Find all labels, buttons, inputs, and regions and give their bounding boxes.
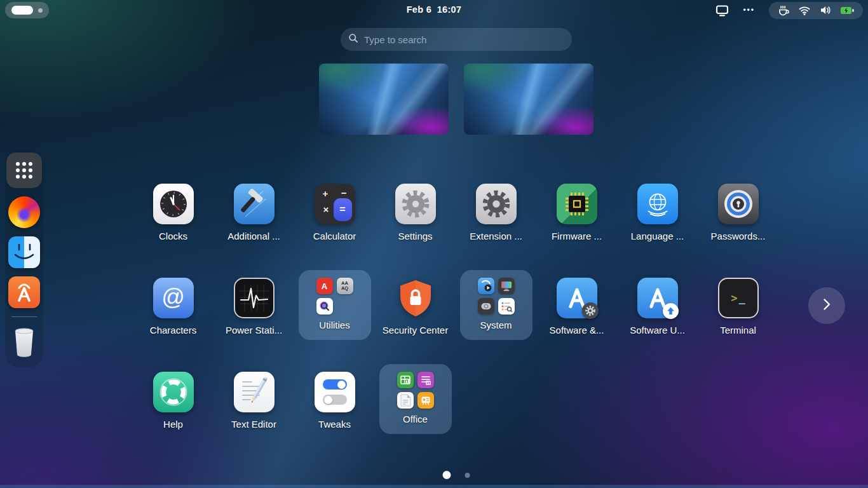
folder-label: System — [480, 320, 512, 331]
app-grid: Clocks Additional ... + − × = Calculator… — [133, 175, 778, 458]
battery-charging-icon — [840, 6, 855, 15]
app-extension-manager[interactable]: Extension ... — [456, 175, 536, 269]
top-bar: Feb 6 16:07 ••• — [0, 0, 868, 20]
folder-tile: A AAAQ Utilities — [299, 270, 371, 340]
folder-tile: System — [460, 270, 532, 340]
power-statistics-icon — [234, 278, 275, 318]
calc-multiply-glyph: × — [323, 204, 329, 215]
preview-mini-icon — [316, 298, 333, 315]
search-bar[interactable] — [341, 28, 572, 51]
app-help[interactable]: Help — [133, 363, 214, 458]
software-update-icon — [637, 278, 678, 318]
app-label: Clocks — [159, 231, 187, 242]
app-label: Calculator — [313, 231, 356, 242]
calculator-icon: + − × = — [315, 184, 355, 224]
next-page-button[interactable] — [808, 287, 845, 324]
page-indicator — [443, 471, 470, 479]
folder-mini-icons: A AAAQ — [316, 278, 353, 315]
show-apps-button[interactable] — [6, 152, 42, 188]
clocks-icon — [153, 184, 194, 224]
app-characters[interactable]: @ Characters — [133, 269, 214, 363]
folder-mini-icons — [478, 278, 515, 315]
app-security-center[interactable]: Security Center — [375, 269, 456, 363]
app-firmware[interactable]: Firmware ... — [536, 175, 617, 269]
displays-mini-icon — [498, 278, 515, 294]
adobe-a-glyph: A — [322, 281, 327, 291]
gear-badge-icon — [582, 302, 599, 319]
calc-equals-glyph: = — [339, 204, 345, 215]
additional-tools-icon — [234, 184, 275, 224]
app-label: Terminal — [720, 325, 756, 336]
document-mini-icon — [397, 392, 414, 409]
app-label: Language ... — [631, 231, 684, 242]
app-power-statistics[interactable]: Power Stati... — [214, 269, 294, 363]
app-label: Power Stati... — [226, 325, 282, 336]
files-finder-icon[interactable] — [8, 236, 40, 268]
characters-icon: @ — [153, 278, 194, 318]
app-label: Passwords... — [711, 231, 766, 242]
folder-utilities[interactable]: A AAAQ Utilities — [294, 269, 375, 363]
chevron-right-icon — [818, 296, 835, 315]
search-icon — [348, 33, 358, 46]
app-label: Extension ... — [470, 231, 522, 242]
app-calculator[interactable]: + − × = Calculator — [294, 175, 375, 269]
system-status-menu[interactable] — [769, 2, 863, 19]
extension-manager-icon — [476, 184, 517, 224]
fonts-mini-icon: AAAQ — [337, 278, 353, 294]
app-label: Characters — [150, 325, 196, 336]
folder-label: Office — [403, 414, 428, 425]
media-player-mini-icon — [478, 278, 494, 294]
wifi-icon — [798, 4, 811, 17]
desktop-edge — [0, 485, 868, 488]
app-tweaks[interactable]: Tweaks — [294, 363, 375, 458]
at-glyph: @ — [161, 284, 185, 311]
folder-system[interactable]: System — [456, 269, 536, 363]
more-menu-icon[interactable]: ••• — [743, 0, 755, 20]
passwords-icon — [718, 184, 759, 224]
folder-office[interactable]: Office — [375, 363, 456, 458]
workspace-thumbnail-1[interactable] — [319, 64, 449, 135]
search-input[interactable] — [364, 34, 564, 45]
fonts-line2: AQ — [341, 286, 348, 291]
software-settings-icon — [557, 278, 597, 318]
appcenter-icon[interactable] — [8, 276, 40, 308]
spreadsheet-mini-icon — [397, 372, 414, 388]
app-label: Help — [163, 419, 183, 430]
app-settings[interactable]: Settings — [375, 175, 456, 269]
page-dot-inactive[interactable] — [465, 473, 470, 478]
language-icon — [637, 184, 678, 224]
app-passwords[interactable]: Passwords... — [698, 175, 778, 269]
terminal-icon: > _ — [718, 278, 759, 318]
app-terminal[interactable]: > _ Terminal — [698, 269, 778, 363]
calc-equals-key: = — [334, 198, 352, 221]
firmware-icon — [557, 184, 597, 224]
app-additional-tools[interactable]: Additional ... — [214, 175, 294, 269]
database-mini-icon — [417, 372, 434, 388]
page-dot-active[interactable] — [443, 471, 451, 479]
folder-label: Utilities — [319, 320, 349, 331]
calc-plus-glyph: + — [323, 188, 329, 199]
app-text-editor[interactable]: Text Editor — [214, 363, 294, 458]
trash-icon[interactable] — [10, 325, 39, 362]
app-label: Software U... — [630, 325, 685, 336]
pdf-reader-mini-icon: A — [316, 278, 333, 294]
app-label: Security Center — [383, 325, 448, 336]
presentation-mini-icon — [417, 392, 434, 409]
gnome-activities-overview: Feb 6 16:07 ••• — [0, 0, 868, 488]
app-software-settings[interactable]: Software &... — [536, 269, 617, 363]
settings-icon — [395, 184, 436, 224]
firefox-icon[interactable] — [8, 196, 40, 228]
app-clocks[interactable]: Clocks — [133, 175, 214, 269]
app-software-update[interactable]: Software U... — [617, 269, 698, 363]
security-center-icon — [395, 278, 436, 318]
system-monitor-mini-icon — [498, 298, 515, 315]
help-icon — [153, 372, 194, 412]
screencast-icon[interactable] — [715, 4, 729, 17]
app-language[interactable]: Language ... — [617, 175, 698, 269]
app-grid-icon — [16, 162, 32, 179]
disks-mini-icon — [478, 298, 494, 315]
workspace-thumbnail-2[interactable] — [464, 64, 593, 135]
calc-minus-glyph: − — [341, 187, 347, 198]
topbar-right-cluster: ••• — [715, 0, 868, 20]
folder-tile: Office — [379, 364, 452, 434]
